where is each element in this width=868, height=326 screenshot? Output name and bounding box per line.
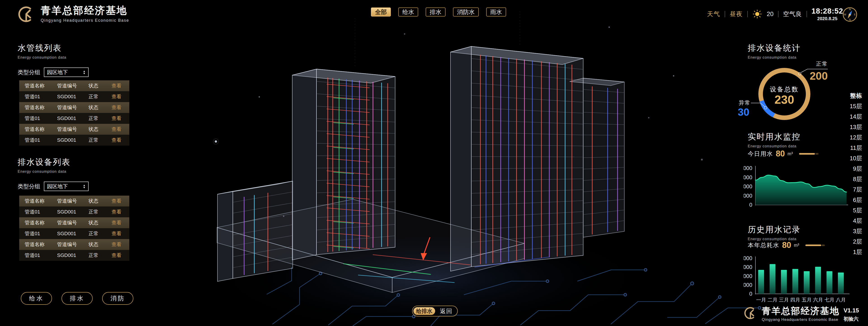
building-3d-view[interactable]	[0, 0, 868, 326]
view-link[interactable]: 查看	[112, 209, 129, 215]
filter-tab-雨水[interactable]: 雨水	[486, 7, 506, 17]
app-logo-icon	[16, 4, 36, 24]
floor-item-13层[interactable]: 13层	[850, 122, 862, 132]
quick-button-排水[interactable]: 排水	[61, 292, 93, 305]
table-cell: 管道01	[19, 252, 57, 259]
table-cell: SGD001	[57, 94, 89, 100]
panel-title: 排水设备列表	[18, 157, 70, 168]
floor-item-6层[interactable]: 6层	[850, 195, 862, 205]
filter-tab-给水[interactable]: 给水	[398, 7, 418, 17]
x-tick: 一月	[756, 297, 766, 303]
filter-tab-全部[interactable]: 全部	[371, 7, 391, 17]
y-tick: 3000	[744, 264, 752, 270]
view-link[interactable]: 查看	[112, 93, 129, 100]
panel-subtitle: Energy consumption data	[748, 55, 801, 60]
view-link[interactable]: 查看	[112, 230, 129, 237]
quick-button-给水[interactable]: 给水	[21, 292, 52, 305]
daynight-button[interactable]: 昼夜	[730, 10, 743, 18]
table-cell: 管道01	[19, 115, 57, 122]
floor-item-11层[interactable]: 11层	[850, 143, 862, 153]
table-cell: SGD001	[57, 115, 89, 121]
floor-item-1层[interactable]: 1层	[850, 247, 862, 257]
floor-item-12层[interactable]: 12层	[850, 132, 862, 143]
view-link[interactable]: 查看	[112, 219, 129, 226]
table-cell: 管道01	[19, 93, 57, 100]
pipe-group-select[interactable]: 园区地下 ▲▼	[44, 67, 89, 77]
panel-title: 排水设备统计	[748, 43, 801, 54]
table-cell: 管道01	[19, 230, 57, 237]
metric-unit: m³	[787, 151, 793, 157]
view-link[interactable]: 查看	[112, 104, 129, 111]
normal-label: 正常	[791, 60, 828, 67]
weather-button[interactable]: 天气	[707, 10, 720, 18]
select-value: 园区地下	[47, 69, 68, 76]
floor-item-4层[interactable]: 4层	[850, 216, 862, 226]
table-header-row: 管道名称管道编号状态查看	[19, 239, 129, 250]
stats-panel-header: 排水设备统计 Energy consumption data	[748, 43, 801, 60]
svg-text:S: S	[849, 18, 850, 21]
panel-subtitle: Energy consumption data	[18, 169, 70, 174]
bar-八月	[838, 273, 844, 294]
back-button[interactable]: 返回	[435, 307, 457, 315]
date-value: 2020.8.25	[811, 16, 843, 21]
table-cell: 正常	[88, 93, 112, 100]
pipe-list-panel-header: 水管线列表 Energy consumption data	[18, 43, 66, 60]
floor-item-整栋[interactable]: 整栋	[850, 90, 862, 101]
table-cell: 管道编号	[57, 126, 89, 133]
y-tick: 2000	[744, 273, 752, 279]
mode-water-drain-button[interactable]: 给排水	[413, 307, 435, 315]
clock: 18:28:52 2020.8.25	[811, 7, 843, 21]
floor-item-15层[interactable]: 15层	[850, 101, 862, 111]
view-link[interactable]: 查看	[112, 241, 129, 248]
table-header-row: 管道名称管道编号状态查看	[19, 102, 129, 113]
floor-item-3层[interactable]: 3层	[850, 226, 862, 236]
view-link[interactable]: 查看	[112, 126, 129, 133]
view-link[interactable]: 查看	[112, 115, 129, 122]
x-tick: 五月	[802, 297, 812, 303]
view-link[interactable]: 查看	[112, 252, 129, 259]
group-label: 类型分组	[18, 183, 40, 190]
table-header-row: 管道名称管道编号状态查看	[19, 196, 129, 207]
table-cell: 正常	[88, 252, 112, 259]
filter-tab-排水[interactable]: 排水	[426, 7, 445, 17]
floor-item-7层[interactable]: 7层	[850, 184, 862, 195]
floor-item-2层[interactable]: 2层	[850, 236, 862, 247]
table-cell: SGD001	[57, 252, 89, 258]
metric-label: 本年总耗水	[748, 241, 779, 249]
view-link[interactable]: 查看	[112, 198, 129, 205]
panel-title: 历史用水记录	[748, 224, 801, 235]
status-bar: 天气 昼夜 20 空气良 18:28:52 2020.8.25	[707, 7, 843, 21]
table-cell: 状态	[88, 126, 112, 133]
table-cell: 管道编号	[57, 82, 89, 89]
select-arrows-icon: ▲▼	[83, 70, 86, 75]
drain-group-select[interactable]: 园区地下 ▲▼	[44, 182, 89, 191]
floor-item-10层[interactable]: 10层	[850, 153, 862, 163]
device-total-label: 设备总数	[757, 85, 811, 94]
drain-table: 管道名称管道编号状态查看管道01SGD001正常查看管道名称管道编号状态查看管道…	[19, 196, 129, 261]
y-tick: 0	[749, 202, 752, 208]
floor-item-5层[interactable]: 5层	[850, 205, 862, 216]
floor-item-14层[interactable]: 14层	[850, 111, 862, 122]
floor-selector: 整栋15层14层13层12层11层10层9层8层7层6层5层4层3层2层1层	[850, 90, 862, 257]
drain-group-filter: 类型分组 园区地下 ▲▼	[18, 182, 89, 191]
footer-logo-icon	[743, 306, 758, 321]
table-data-row: 管道01SGD001正常查看	[19, 250, 129, 261]
quick-button-消防[interactable]: 消防	[102, 292, 133, 305]
page-title: 青羊总部经济基地	[41, 4, 129, 16]
bar-三月	[781, 270, 787, 294]
floor-item-8层[interactable]: 8层	[850, 174, 862, 184]
compass-icon[interactable]: N E S W	[841, 6, 859, 23]
normal-value: 200	[786, 70, 828, 82]
filter-tab-消防水[interactable]: 消防水	[453, 7, 479, 17]
y-tick: 1000	[744, 193, 752, 199]
sun-icon	[752, 9, 762, 19]
dashboard-root: 青羊总部经济基地 Qingyang Headquarters Economic …	[0, 0, 868, 326]
history-bar-chart: 01000200030004000一月二月三月四月五月六月七月八月	[744, 253, 852, 306]
table-header-row: 管道名称管道编号状态查看	[19, 124, 129, 135]
page-subtitle: Qingyang Headquarters Economic Base	[41, 18, 129, 23]
x-tick: 八月	[836, 297, 846, 303]
view-link[interactable]: 查看	[112, 137, 129, 143]
select-value: 园区地下	[47, 183, 68, 190]
view-link[interactable]: 查看	[112, 82, 129, 89]
floor-item-9层[interactable]: 9层	[850, 163, 862, 174]
